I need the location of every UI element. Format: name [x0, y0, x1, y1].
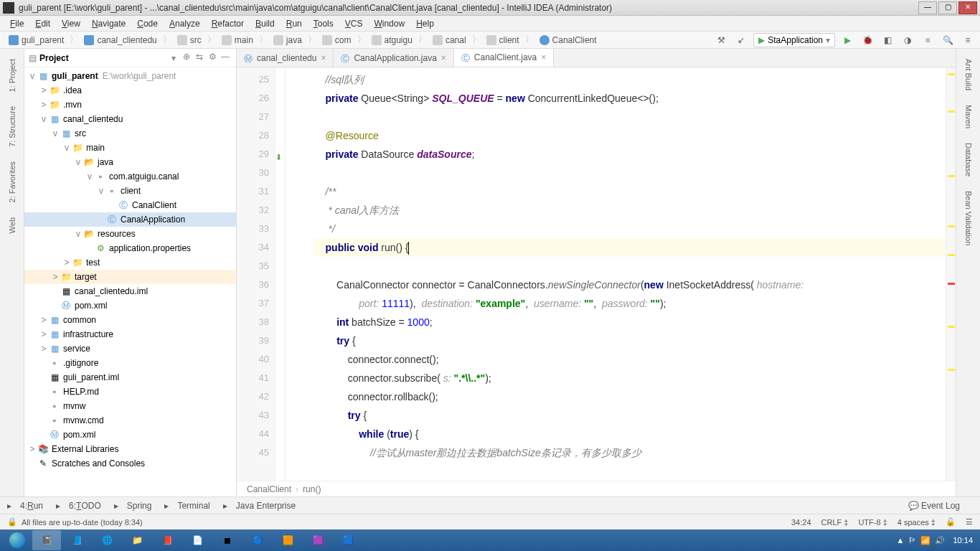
code-line-38[interactable]: int batchSize = 1000; [314, 313, 946, 331]
taskbar-app-browser[interactable]: 🌐 [93, 530, 121, 550]
side-tab-bean-validation[interactable]: Bean Validation [963, 187, 974, 250]
caret-position[interactable]: 34:24 [791, 518, 811, 527]
code-line-32[interactable]: * canal入库方法 [314, 201, 946, 220]
breadcrumb-guli_parent[interactable]: guli_parent [4, 34, 68, 47]
editor-tab-canalapplication-java[interactable]: ⒸCanalApplication.java× [334, 49, 453, 67]
menu-refactor[interactable]: Refactor [206, 17, 250, 30]
taskbar-app-word[interactable]: 📄 [183, 530, 212, 550]
breadcrumb-canal_clientedu[interactable]: canal_clientedu [80, 34, 161, 47]
tab-close-icon[interactable]: × [321, 53, 326, 63]
breadcrumb-main[interactable]: main [217, 34, 258, 47]
breadcrumb-canal[interactable]: canal [428, 34, 471, 47]
maximize-button[interactable]: ▢ [938, 1, 957, 14]
taskbar-app-intellij[interactable]: 📓 [32, 530, 61, 550]
editor-gutter[interactable]: 2526272829⬇30313233343536373839404142434… [237, 67, 275, 481]
project-settings-icon[interactable]: ⚙ [206, 52, 219, 65]
code-line-31[interactable]: /** [314, 182, 946, 201]
breadcrumb-CanalClient[interactable]: CanalClient [535, 34, 601, 47]
taskbar-clock[interactable]: 10:14 [953, 536, 973, 545]
tree-node-src[interactable]: v▦src [24, 126, 236, 141]
bottom-tool-terminal[interactable]: ▸Terminal [164, 501, 209, 511]
tree-node--mvn[interactable]: >📁.mvn [24, 98, 236, 112]
code-editor[interactable]: //sql队列 private Queue<String> SQL_QUEUE … [286, 67, 946, 481]
breadcrumb-java[interactable]: java [269, 34, 306, 47]
breadcrumb-src[interactable]: src [173, 34, 206, 47]
run-config-selector[interactable]: ▶ StaApplication ▾ [753, 33, 835, 47]
tree-node-canalapplication[interactable]: ⒸCanalApplication [24, 212, 236, 227]
taskbar-app-misc3[interactable]: 🟦 [334, 530, 362, 550]
code-line-36[interactable]: CanalConnector connector = CanalConnecto… [314, 276, 946, 294]
menu-tools[interactable]: Tools [308, 17, 339, 30]
project-collapse-icon[interactable]: ⇆ [193, 52, 206, 65]
menu-view[interactable]: View [56, 17, 86, 30]
line-separator[interactable]: CRLF ‡ [821, 518, 849, 527]
tab-close-icon[interactable]: × [541, 52, 546, 62]
tree-node-main[interactable]: v📁main [24, 141, 236, 155]
menu-code[interactable]: Code [131, 17, 164, 30]
tree-node-service[interactable]: >▦service [24, 342, 236, 356]
menu-vcs[interactable]: VCS [339, 17, 369, 30]
editor-scrollmap[interactable] [946, 67, 956, 481]
code-line-29[interactable]: private DataSource dataSource; [314, 145, 946, 164]
taskbar-app-edge[interactable]: 🔵 [243, 530, 272, 550]
tray-flag-icon[interactable]: 🏳 [908, 536, 916, 545]
tree-node-infrastructure[interactable]: >▦infrastructure [24, 327, 236, 342]
tree-node-canal-clientedu-iml[interactable]: ▦canal_clientedu.iml [24, 284, 236, 298]
editor-breadcrumb[interactable]: CanalClient › run() [237, 481, 956, 496]
code-line-37[interactable]: port: 11111), destination: "example", us… [314, 294, 946, 313]
stop-button[interactable]: ■ [920, 33, 936, 47]
code-line-39[interactable]: try { [314, 331, 946, 350]
side-tab-ant-build[interactable]: Ant Build [963, 55, 974, 95]
bottom-tool----run[interactable]: ▸4: Run [7, 501, 43, 511]
tree-node-pom-xml[interactable]: Ⓜpom.xml [24, 298, 236, 313]
code-line-33[interactable]: */ [314, 220, 946, 238]
tree-node--gitignore[interactable]: ▫.gitignore [24, 356, 236, 370]
menu-build[interactable]: Build [250, 17, 281, 30]
tree-node--idea[interactable]: >📁.idea [24, 83, 236, 98]
tree-node-client[interactable]: v▫client [24, 184, 236, 198]
taskbar-app-ppt[interactable]: 📕 [153, 530, 182, 550]
project-select-opened-icon[interactable]: ⊕ [180, 52, 193, 65]
tray-network-icon[interactable]: 📶 [920, 536, 930, 545]
code-line-30[interactable] [314, 164, 946, 182]
side-tab-maven[interactable]: Maven [963, 100, 974, 133]
indent-info[interactable]: 4 spaces ‡ [897, 518, 936, 527]
code-line-34[interactable]: public void run() { [314, 238, 946, 257]
tree-node-canal-clientedu[interactable]: v▦canal_clientedu [24, 112, 236, 126]
code-line-27[interactable] [314, 108, 946, 126]
nav-back-button[interactable]: ↙ [733, 33, 749, 47]
tray-sound-icon[interactable]: 🔊 [935, 536, 945, 545]
profile-button[interactable]: ◑ [900, 33, 915, 47]
event-log-button[interactable]: 💬Event Log [908, 501, 960, 511]
system-tray[interactable]: ▲ 🏳 📶 🔊 10:14 [895, 536, 977, 545]
search-everywhere-button[interactable]: 🔍 [940, 33, 956, 47]
tree-node-pom-xml[interactable]: Ⓜpom.xml [24, 428, 236, 442]
side-tab-web[interactable]: Web [6, 213, 18, 237]
taskbar-app-explorer[interactable]: 📁 [123, 530, 151, 550]
fold-column[interactable] [275, 67, 286, 481]
code-line-28[interactable]: @Resource [314, 126, 946, 145]
tree-node-mvnw-cmd[interactable]: ▫mvnw.cmd [24, 413, 236, 428]
tree-node-resources[interactable]: v📂resources [24, 227, 236, 241]
menu-window[interactable]: Window [368, 17, 410, 30]
menu-analyze[interactable]: Analyze [164, 17, 206, 30]
side-tab-database[interactable]: Database [963, 138, 974, 181]
taskbar-app-misc1[interactable]: 🟧 [273, 530, 302, 550]
taskbar-app-misc2[interactable]: 🟪 [303, 530, 332, 550]
implements-gutter-icon[interactable]: ⬇ [275, 148, 282, 166]
tree-node-external-libraries[interactable]: >📚External Libraries [24, 442, 236, 456]
tree-node-guli-parent-iml[interactable]: ▦guli_parent.iml [24, 370, 236, 385]
tree-node-com-atguigu-canal[interactable]: v▫com.atguigu.canal [24, 169, 236, 184]
bottom-tool-java-enterprise[interactable]: ▸Java Enterprise [223, 501, 296, 511]
run-button[interactable]: ▶ [839, 33, 855, 47]
bottom-tool----todo[interactable]: ▸6: TODO [56, 501, 101, 511]
taskbar-app-vscode[interactable]: 📘 [62, 530, 91, 550]
code-line-44[interactable]: while (true) { [314, 425, 946, 443]
tree-node-scratches-and-consoles[interactable]: ✎Scratches and Consoles [24, 456, 236, 471]
code-line-35[interactable] [314, 257, 946, 276]
tree-node-target[interactable]: >📁target [24, 270, 236, 284]
side-tab----project[interactable]: 1: Project [6, 55, 18, 96]
menu-edit[interactable]: Edit [29, 17, 56, 30]
breadcrumb-client[interactable]: client [482, 34, 524, 47]
tree-node-canalclient[interactable]: ⒸCanalClient [24, 198, 236, 212]
